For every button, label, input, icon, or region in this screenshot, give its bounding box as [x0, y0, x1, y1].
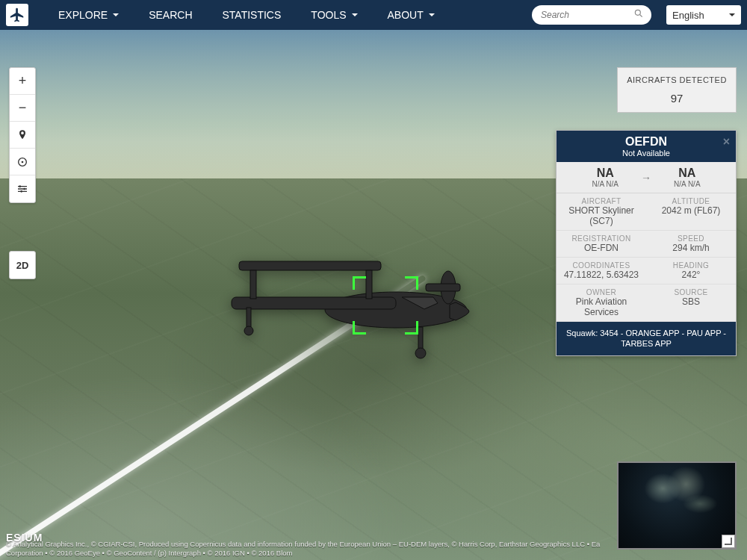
flight-info-grid: AIRCRAFTSHORT Skyliner (SC7) ALTITUDE204…: [557, 193, 736, 322]
detected-label: AIRCRAFTS DETECTED: [622, 75, 731, 84]
nav-explore-label: EXPLORE: [58, 9, 108, 21]
locate-button[interactable]: [10, 122, 35, 149]
map-toolbar: + −: [9, 67, 36, 203]
globe-3d-view[interactable]: + − 2D AIRCRAFTS DETECTED 97 × OEFDN Not…: [0, 30, 747, 560]
svg-point-17: [23, 188, 25, 190]
center-button[interactable]: [10, 149, 35, 175]
svg-point-10: [415, 348, 426, 358]
nav-tools-label: TOOLS: [311, 9, 346, 21]
attribution-line2: Corporation • © 2016 GeoEye • © GeoConte…: [6, 549, 741, 557]
crosshair-icon: [16, 156, 28, 168]
route-from: NA N/A N/A: [592, 167, 619, 188]
nav-about[interactable]: ABOUT: [373, 0, 450, 30]
route-from-code: NA: [592, 167, 619, 180]
arrow-right-icon: →: [641, 172, 651, 184]
svg-point-12: [244, 326, 253, 335]
chevron-down-icon: [113, 13, 119, 16]
detected-count: 97: [622, 92, 731, 105]
aircraft-model[interactable]: [209, 231, 493, 381]
minimap-resize-handle[interactable]: [722, 535, 735, 548]
top-navbar: EXPLORE SEARCH STATISTICS TOOLS ABOUT En…: [0, 0, 747, 30]
sliders-icon: [16, 183, 28, 195]
pin-icon: [16, 129, 28, 141]
nav-tools[interactable]: TOOLS: [296, 0, 372, 30]
svg-point-16: [19, 185, 21, 187]
minus-icon: −: [19, 100, 27, 116]
cell-aircraft: AIRCRAFTSHORT Skyliner (SC7): [557, 193, 646, 231]
svg-rect-4: [239, 261, 381, 270]
nav-about-label: ABOUT: [388, 9, 424, 21]
search-icon[interactable]: [633, 8, 644, 22]
route-to-code: NA: [674, 167, 701, 180]
flight-status: Not Available: [560, 149, 733, 158]
svg-rect-9: [418, 327, 423, 349]
cell-source: SOURCESBS: [646, 284, 736, 322]
svg-point-18: [20, 190, 22, 193]
view-mode-toolbar: 2D: [9, 251, 36, 279]
svg-rect-5: [250, 270, 256, 299]
flight-info-header: × OEFDN Not Available: [557, 131, 736, 162]
language-label: English: [672, 10, 704, 21]
route-to: NA N/A N/A: [674, 167, 701, 188]
cell-altitude: ALTITUDE2042 m (FL67): [646, 193, 736, 231]
svg-point-15: [22, 161, 24, 163]
flight-squawk: Squawk: 3454 - ORANGE APP - PAU APP - TA…: [557, 322, 736, 355]
plus-icon: +: [19, 73, 27, 89]
route-to-sub: N/A N/A: [674, 180, 701, 188]
route-from-sub: N/A N/A: [592, 180, 619, 188]
nav-search[interactable]: SEARCH: [134, 0, 207, 30]
cell-owner: OWNERPink Aviation Services: [557, 284, 646, 322]
chevron-down-icon: [729, 13, 735, 16]
cell-speed: SPEED294 km/h: [646, 231, 736, 258]
flight-callsign: OEFDN: [560, 135, 733, 149]
cell-coordinates: COORDINATES47.11822, 5.63423: [557, 258, 646, 284]
svg-rect-11: [247, 308, 251, 327]
svg-rect-8: [426, 284, 460, 291]
chevron-down-icon: [352, 13, 358, 16]
target-bracket: [353, 276, 418, 335]
zoom-in-button[interactable]: +: [10, 68, 35, 95]
zoom-out-button[interactable]: −: [10, 95, 35, 122]
flight-route: NA N/A N/A → NA N/A N/A: [557, 162, 736, 193]
plane-icon: [9, 7, 25, 23]
nav-statistics[interactable]: STATISTICS: [208, 0, 297, 30]
close-icon[interactable]: ×: [723, 135, 730, 149]
nav-explore[interactable]: EXPLORE: [43, 0, 134, 30]
cell-heading: HEADING242°: [646, 258, 736, 284]
flight-info-panel: × OEFDN Not Available NA N/A N/A → NA N/…: [556, 130, 737, 356]
search-wrapper: [532, 5, 651, 25]
cell-registration: REGISTRATIONOE-FDN: [557, 231, 646, 258]
mode-2d-label: 2D: [16, 260, 29, 271]
nav-statistics-label: STATISTICS: [223, 9, 282, 21]
logo[interactable]: [6, 4, 28, 26]
view-2d-button[interactable]: 2D: [10, 252, 35, 279]
svg-point-0: [635, 10, 640, 15]
settings-button[interactable]: [10, 175, 35, 202]
nav-search-label: SEARCH: [149, 9, 192, 21]
chevron-down-icon: [429, 13, 435, 16]
svg-line-1: [640, 15, 642, 17]
aircrafts-detected-panel: AIRCRAFTS DETECTED 97: [617, 67, 737, 113]
minimap[interactable]: [617, 461, 737, 550]
language-selector[interactable]: English: [666, 5, 741, 25]
